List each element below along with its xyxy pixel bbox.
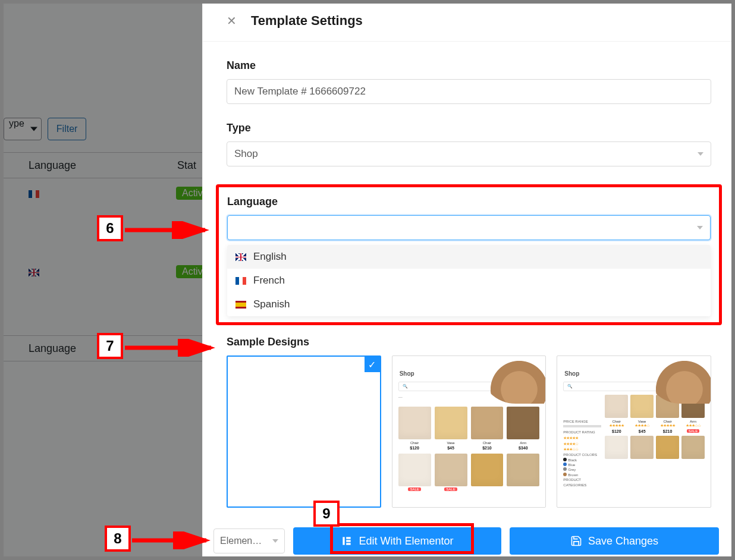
flag-uk-icon: [29, 269, 39, 276]
bg-type-select-value: ype: [9, 118, 24, 128]
type-label: Type: [227, 122, 711, 134]
type-select-value: Shop: [234, 148, 258, 160]
elementor-icon: [341, 535, 353, 547]
bg-col-language: Language: [29, 159, 76, 172]
flag-fr-icon: [235, 277, 246, 285]
background-dimmed-pane: ype Filter Language Stat Activ Activ Lan…: [0, 0, 202, 560]
annotation-marker-8: 8: [105, 526, 131, 552]
language-select[interactable]: [227, 215, 711, 240]
svg-rect-2: [347, 540, 351, 542]
chevron-down-icon: [30, 127, 37, 131]
chevron-down-icon: [697, 226, 703, 229]
sample-design-3[interactable]: Shop 🔍▾ PRICE RANGE PRODUCT RATING ★★★★★…: [557, 355, 711, 508]
language-highlight-box: Language English French Spanish: [216, 184, 722, 325]
edit-button-label: Edit With Elementor: [359, 535, 453, 548]
bg-col-language: Language: [29, 342, 76, 355]
template-settings-panel: ✕ Template Settings Name Type Shop Langu…: [202, 0, 735, 560]
name-label: Name: [227, 59, 711, 72]
sample-design-blank[interactable]: ✓: [227, 355, 381, 508]
save-button-label: Save Changes: [588, 535, 658, 548]
svg-rect-1: [347, 537, 351, 539]
svg-rect-3: [347, 543, 351, 545]
sample-designs-label: Sample Designs: [227, 336, 711, 348]
annotation-marker-9: 9: [313, 501, 340, 527]
name-input[interactable]: [227, 79, 711, 104]
language-dropdown: English French Spanish: [227, 245, 711, 316]
arrow-icon: [125, 221, 214, 239]
language-option-english[interactable]: English: [227, 245, 711, 269]
sample-design-2[interactable]: Shop 🔍▾ —▾ Chair$120 Vase$45 Chair$210 A…: [392, 355, 546, 508]
bg-col-status: Stat: [177, 159, 196, 172]
modal-body: Name Type Shop Language English French: [203, 42, 735, 508]
check-icon: ✓: [365, 357, 380, 372]
chevron-down-icon: [272, 539, 278, 543]
save-changes-button[interactable]: Save Changes: [510, 527, 719, 555]
option-label: Spanish: [253, 298, 290, 310]
modal-title: Template Settings: [251, 13, 363, 29]
edit-with-elementor-button[interactable]: Edit With Elementor: [293, 527, 501, 555]
flag-fr-icon: [29, 190, 39, 198]
bg-type-select[interactable]: ype: [4, 118, 42, 140]
save-icon: [570, 535, 582, 547]
option-label: French: [253, 275, 285, 287]
flag-uk-icon: [235, 253, 246, 261]
language-label: Language: [227, 196, 711, 208]
language-option-spanish[interactable]: Spanish: [227, 292, 711, 316]
annotation-marker-6: 6: [97, 215, 123, 241]
modal-header: ✕ Template Settings: [203, 0, 735, 42]
arrow-icon: [125, 339, 220, 357]
svg-rect-0: [343, 537, 345, 545]
annotation-marker-7: 7: [97, 333, 123, 359]
chevron-down-icon: [698, 152, 703, 156]
language-option-french[interactable]: French: [227, 269, 711, 292]
option-label: English: [253, 251, 287, 263]
close-icon[interactable]: ✕: [227, 14, 237, 28]
builder-select[interactable]: Elemen…: [213, 528, 285, 553]
sample-designs-row: ✓ Shop 🔍▾ —▾ Chair$120 Vase$45 Chair$210…: [227, 355, 711, 508]
builder-select-value: Elemen…: [220, 536, 262, 546]
flag-es-icon: [235, 301, 246, 309]
bg-filter-button[interactable]: Filter: [48, 118, 87, 140]
type-select[interactable]: Shop: [227, 141, 711, 166]
modal-footer: Elemen… Edit With Elementor Save Changes: [203, 522, 735, 560]
arrow-icon: [132, 531, 215, 549]
